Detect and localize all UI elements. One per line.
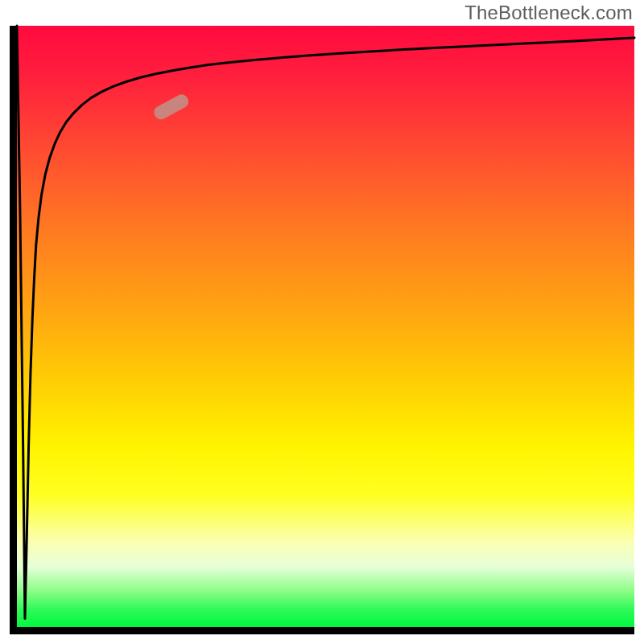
chart-container: TheBottleneck.com bbox=[0, 0, 644, 644]
bottleneck-curve bbox=[17, 26, 634, 619]
y-axis-line bbox=[10, 26, 17, 634]
bottleneck-curve-svg bbox=[17, 26, 634, 627]
watermark-text: TheBottleneck.com bbox=[464, 2, 633, 24]
curve-marker bbox=[151, 93, 191, 122]
x-axis-line bbox=[10, 627, 634, 634]
